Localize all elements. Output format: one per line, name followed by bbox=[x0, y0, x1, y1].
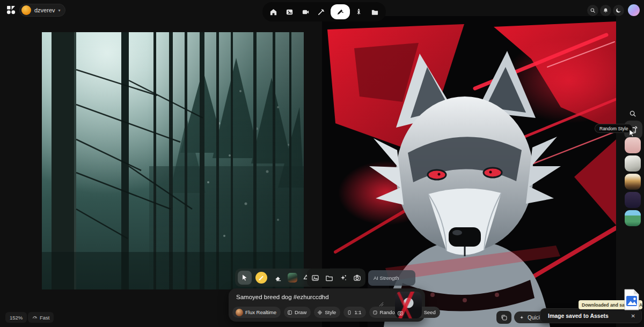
aspect-ratio-button[interactable]: 1:1 bbox=[343, 307, 365, 318]
moon-icon bbox=[616, 8, 621, 13]
krea-logo[interactable] bbox=[6, 5, 16, 14]
draw-tools-panel bbox=[235, 269, 317, 287]
camera-capture-button[interactable] bbox=[353, 274, 361, 282]
account-avatar bbox=[21, 5, 31, 15]
assets-button[interactable] bbox=[325, 274, 333, 282]
copy-image-button[interactable] bbox=[496, 311, 511, 324]
generation-preview-thumbnail[interactable] bbox=[395, 292, 422, 318]
speed-gauge-icon bbox=[32, 315, 38, 320]
quick-enhance-icon bbox=[519, 315, 525, 321]
folder-outline-icon bbox=[325, 274, 333, 282]
style-flower-icon bbox=[317, 310, 323, 315]
prompt-input[interactable]: Samoyed breed dog #ezhurccdhd bbox=[236, 294, 329, 300]
random-style-tooltip: Random Style bbox=[595, 124, 633, 133]
brush-icon bbox=[258, 274, 265, 281]
image-gallery-icon bbox=[286, 8, 294, 16]
model-label: Flux Realtime bbox=[245, 309, 276, 315]
copy-image-icon bbox=[501, 314, 508, 321]
zoom-level-button[interactable]: 152% bbox=[5, 312, 27, 323]
zoom-level-value: 152% bbox=[10, 315, 23, 321]
search-button[interactable] bbox=[587, 5, 598, 16]
mouse-cursor-icon bbox=[628, 129, 636, 137]
edit-knife-icon bbox=[317, 8, 325, 16]
image-file-icon bbox=[624, 288, 640, 311]
account-name: dzverev bbox=[34, 7, 55, 13]
draw-panel-icon bbox=[287, 310, 292, 315]
realtime-generation-app: dzverev ▾ bbox=[0, 0, 644, 327]
cursor-icon bbox=[241, 274, 248, 281]
search-icon bbox=[590, 8, 596, 13]
source-image-canvas[interactable] bbox=[42, 32, 304, 289]
aspect-ratio-icon bbox=[347, 310, 352, 315]
folder-icon bbox=[371, 8, 379, 16]
select-tool-button[interactable] bbox=[238, 271, 252, 285]
draw-label: Draw bbox=[295, 309, 306, 315]
generated-image[interactable] bbox=[322, 16, 616, 327]
style-thumbnail-dark-castle[interactable] bbox=[625, 192, 641, 208]
ai-strength-label: AI Strength bbox=[374, 275, 399, 281]
ai-strength-slider[interactable]: AI Strength bbox=[368, 270, 415, 286]
main-nav bbox=[262, 2, 386, 21]
wolf-artwork bbox=[322, 16, 616, 327]
bell-icon bbox=[603, 8, 609, 13]
nav-video-button[interactable] bbox=[298, 5, 312, 19]
model-select-button[interactable]: Flux Realtime bbox=[232, 307, 281, 318]
dice-icon bbox=[372, 310, 378, 315]
style-label: Style bbox=[325, 309, 336, 315]
style-button[interactable]: Style bbox=[314, 307, 340, 318]
realtime-pencil-icon bbox=[336, 8, 344, 16]
camera-capture-icon bbox=[353, 274, 361, 282]
nav-assets-button[interactable] bbox=[368, 5, 382, 19]
speed-mode-button[interactable]: Fast bbox=[28, 312, 54, 323]
topbar-right-cluster bbox=[587, 4, 640, 16]
image-icon bbox=[311, 274, 319, 282]
speed-mode-label: Fast bbox=[40, 315, 49, 321]
aspect-ratio-label: 1:1 bbox=[354, 309, 361, 315]
forest-photo bbox=[42, 32, 304, 289]
style-thumbnail-deer-forest[interactable] bbox=[625, 210, 641, 226]
sparkles-icon bbox=[339, 274, 347, 282]
style-thumbnail-floating-island[interactable] bbox=[625, 174, 641, 190]
home-icon bbox=[269, 8, 277, 16]
rocket-icon bbox=[355, 8, 363, 16]
notifications-button[interactable] bbox=[600, 5, 611, 16]
prompt-card: Samoyed breed dog #ezhurccdhd Flux Realt… bbox=[229, 288, 425, 322]
model-avatar bbox=[236, 309, 243, 316]
chevron-down-icon: ▾ bbox=[58, 8, 61, 13]
enhance-sparkles-button[interactable] bbox=[339, 274, 347, 282]
camera-icon bbox=[398, 310, 404, 316]
style-reference-thumbnail[interactable] bbox=[288, 273, 297, 283]
nav-realtime-button[interactable] bbox=[331, 4, 350, 19]
seed-label: Seed bbox=[424, 309, 436, 315]
eraser-icon bbox=[274, 274, 282, 282]
eraser-tool-button[interactable] bbox=[271, 271, 284, 285]
nav-edit-button[interactable] bbox=[314, 5, 328, 19]
brush-tool-button[interactable] bbox=[255, 272, 267, 284]
nav-gallery-button[interactable] bbox=[283, 5, 297, 19]
style-search-button[interactable] bbox=[626, 107, 640, 121]
video-camera-icon bbox=[302, 8, 310, 16]
add-image-button[interactable] bbox=[311, 274, 319, 282]
nav-enhancer-button[interactable] bbox=[352, 5, 365, 19]
insert-tools-panel bbox=[307, 269, 365, 287]
random-style-tooltip-text: Random Style bbox=[599, 126, 628, 131]
krea-logo-icon bbox=[6, 5, 16, 14]
style-thumbnail-pink-sketch[interactable] bbox=[625, 137, 641, 153]
toast-message: Image saved to Assets bbox=[540, 313, 625, 319]
account-menu[interactable]: dzverev ▾ bbox=[19, 4, 65, 17]
nav-home-button[interactable] bbox=[267, 5, 281, 19]
style-thumbnail-pencil-sketch[interactable] bbox=[625, 155, 641, 172]
user-avatar[interactable] bbox=[628, 4, 640, 16]
toast-close-button[interactable]: ✕ bbox=[625, 313, 641, 319]
style-search-icon bbox=[629, 110, 636, 117]
draw-mode-button[interactable]: Draw bbox=[284, 307, 311, 318]
theme-toggle-button[interactable] bbox=[613, 5, 624, 16]
